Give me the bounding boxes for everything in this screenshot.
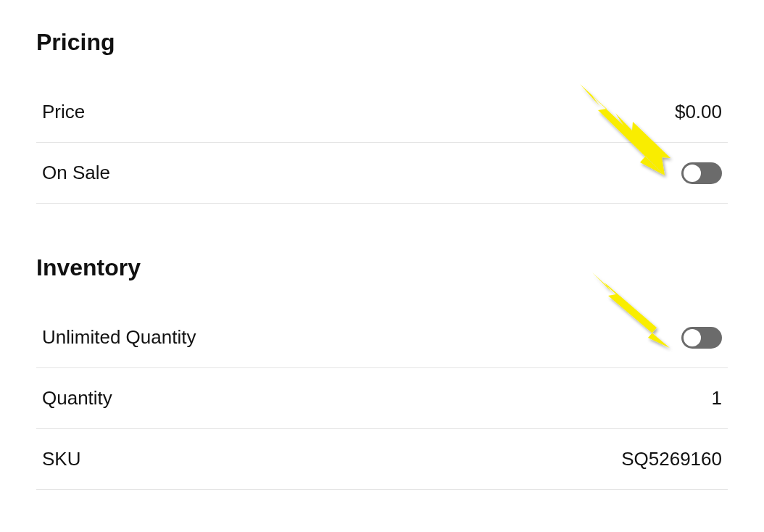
- unlimited-quantity-row: Unlimited Quantity: [36, 307, 728, 368]
- price-row[interactable]: Price $0.00: [36, 82, 728, 143]
- on-sale-toggle[interactable]: [681, 162, 722, 184]
- on-sale-row: On Sale: [36, 143, 728, 204]
- inventory-heading: Inventory: [36, 254, 728, 281]
- pricing-heading: Pricing: [36, 29, 728, 56]
- toggle-knob: [684, 329, 701, 346]
- unlimited-quantity-toggle[interactable]: [681, 327, 722, 349]
- on-sale-label: On Sale: [42, 162, 110, 184]
- price-value: $0.00: [675, 101, 722, 123]
- unlimited-quantity-label: Unlimited Quantity: [42, 326, 196, 349]
- inventory-section: Inventory Unlimited Quantity Quantity 1 …: [36, 254, 728, 490]
- quantity-label: Quantity: [42, 387, 112, 410]
- sku-row[interactable]: SKU SQ5269160: [36, 429, 728, 490]
- toggle-knob: [684, 165, 701, 182]
- sku-label: SKU: [42, 448, 80, 470]
- quantity-row[interactable]: Quantity 1: [36, 368, 728, 429]
- pricing-section: Pricing Price $0.00 On Sale: [36, 29, 728, 204]
- quantity-value: 1: [712, 387, 722, 410]
- sku-value: SQ5269160: [621, 448, 722, 470]
- price-label: Price: [42, 101, 85, 123]
